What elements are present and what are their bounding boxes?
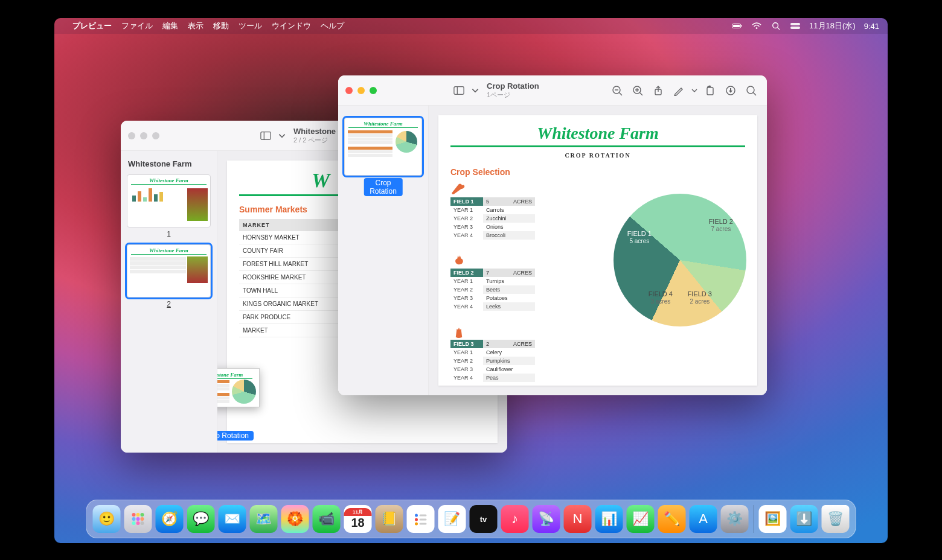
pie-label-field4: FIELD 43 acres <box>649 290 673 305</box>
menubar-date[interactable]: 11月18日(水) <box>809 21 856 31</box>
spotlight-icon[interactable] <box>771 22 781 30</box>
menu-go[interactable]: 移動 <box>213 21 229 31</box>
minimize-button[interactable] <box>357 87 365 94</box>
dock-app-preview[interactable]: 🖼️ <box>759 505 787 533</box>
svg-rect-7 <box>790 27 800 29</box>
control-center-icon[interactable] <box>790 22 801 30</box>
dock-app-notes[interactable]: 📝 <box>438 505 466 533</box>
menubar: プレビュー ファイル 編集 表示 移動 ツール ウインドウ ヘルプ 11月18日… <box>54 18 888 34</box>
dock-app-numbers[interactable]: 📈 <box>627 505 655 533</box>
dock-app-podcasts[interactable]: 📡 <box>533 505 560 533</box>
document-page: Whitestone Farm CROP ROTATION Crop Selec… <box>438 115 757 386</box>
chevron-down-icon[interactable] <box>691 83 698 98</box>
window-crop-rotation[interactable]: Crop Rotation 1ページ Whitestone Farm <box>338 75 767 395</box>
carrot-icon <box>450 182 535 197</box>
close-button[interactable] <box>345 87 353 94</box>
thumbnails-sidebar[interactable]: Whitestone Farm Whitestone Farm 1 Whites… <box>121 151 217 453</box>
dock-app-appstore[interactable]: A <box>690 505 717 533</box>
traffic-lights[interactable] <box>128 132 159 139</box>
zoom-out-icon[interactable] <box>609 83 626 98</box>
laptop-frame: プレビュー ファイル 編集 表示 移動 ツール ウインドウ ヘルプ 11月18日… <box>30 6 912 554</box>
sidebar-toggle-icon[interactable] <box>257 128 274 144</box>
svg-point-29 <box>141 517 144 521</box>
dock-app-maps[interactable]: 🗺️ <box>250 505 278 533</box>
document-viewport[interactable]: Whitestone Farm CROP ROTATION Crop Selec… <box>429 106 767 395</box>
zoom-button[interactable] <box>370 87 377 94</box>
svg-point-28 <box>136 517 140 521</box>
menubar-time[interactable]: 9:41 <box>864 22 879 31</box>
menu-tools[interactable]: ツール <box>239 21 262 31</box>
menu-view[interactable]: 表示 <box>188 21 203 31</box>
dock-app-system-preferences[interactable]: ⚙️ <box>721 505 749 533</box>
dock-app-pages[interactable]: ✏️ <box>658 505 686 533</box>
dock-app-launchpad[interactable] <box>124 505 152 533</box>
svg-rect-6 <box>790 23 800 25</box>
dock-app-finder[interactable]: 🙂 <box>93 505 121 533</box>
dock-app-photos[interactable]: 🏵️ <box>281 505 309 533</box>
dock: 🙂 🧭 💬 ✉️ 🗺️ 🏵️ 📹 11月18 📒 📝 tv ♪ 📡 N 📊 📈 … <box>86 500 856 538</box>
battery-icon[interactable] <box>732 22 743 30</box>
traffic-lights[interactable] <box>345 87 377 94</box>
minimize-button[interactable] <box>140 132 147 139</box>
dock-app-reminders[interactable] <box>407 505 435 533</box>
menu-help[interactable]: ヘルプ <box>321 21 344 31</box>
chevron-down-icon[interactable] <box>471 83 479 98</box>
page-thumbnail-2[interactable]: Whitestone Farm <box>127 244 211 298</box>
dock-app-music[interactable]: ♪ <box>501 505 529 533</box>
app-menu[interactable]: プレビュー <box>72 21 112 31</box>
pie-label-field3: FIELD 32 acres <box>688 290 712 305</box>
sidebar-toggle-icon[interactable] <box>450 83 467 98</box>
dock-app-facetime[interactable]: 📹 <box>313 505 341 533</box>
svg-line-16 <box>640 92 643 95</box>
markup-icon[interactable] <box>670 83 687 98</box>
dock-app-mail[interactable]: ✉️ <box>219 505 246 533</box>
dock-app-calendar[interactable]: 11月18 <box>344 505 372 533</box>
zoom-button[interactable] <box>152 132 159 139</box>
wifi-icon[interactable] <box>751 22 762 30</box>
dock-downloads[interactable]: ⬇️ <box>790 505 818 533</box>
svg-point-37 <box>415 523 418 526</box>
svg-rect-1 <box>733 25 740 27</box>
svg-point-30 <box>132 521 136 525</box>
drag-ghost-caption: Crop Rotation <box>217 428 254 441</box>
svg-line-13 <box>620 92 623 95</box>
thumb-caption-2: 2 <box>127 300 211 308</box>
celery-icon <box>450 324 535 340</box>
dock-app-news[interactable]: N <box>564 505 592 533</box>
search-icon[interactable] <box>743 83 760 98</box>
rotate-icon[interactable] <box>702 83 719 98</box>
menu-edit[interactable]: 編集 <box>162 21 178 31</box>
page-thumbnail-1[interactable]: Whitestone Farm <box>344 118 422 176</box>
brand-title: Whitestone Farm <box>450 124 745 143</box>
svg-rect-8 <box>261 132 271 139</box>
zoom-in-icon[interactable] <box>629 83 646 98</box>
doc-subhead: CROP ROTATION <box>450 152 745 159</box>
menu-window[interactable]: ウインドウ <box>272 21 311 31</box>
highlight-icon[interactable] <box>722 83 739 98</box>
dock-app-contacts[interactable]: 📒 <box>376 505 403 533</box>
field-block-1: FIELD 15ACRES YEAR 1Carrots YEAR 2Zucchi… <box>450 182 535 240</box>
thumbnails-sidebar[interactable]: Whitestone Farm Crop Rotation <box>338 106 429 395</box>
window-title: Crop Rotation 1ページ <box>487 82 539 99</box>
svg-rect-20 <box>707 88 713 95</box>
subtitle-text: 1ページ <box>487 91 539 99</box>
th-market: MARKET <box>239 219 354 231</box>
chevron-down-icon[interactable] <box>278 128 286 144</box>
field-block-3: FIELD 32ACRES YEAR 1Celery YEAR 2Pumpkin… <box>450 324 535 382</box>
dock-app-messages[interactable]: 💬 <box>187 505 215 533</box>
svg-point-35 <box>415 518 418 521</box>
thumb-caption-1: 1 <box>127 230 211 238</box>
svg-rect-2 <box>741 25 742 27</box>
page-thumbnail-1[interactable]: Whitestone Farm <box>127 174 211 228</box>
dock-app-keynote[interactable]: 📊 <box>595 505 623 533</box>
svg-rect-10 <box>454 86 464 94</box>
radish-icon <box>450 253 535 269</box>
dock-trash[interactable]: 🗑️ <box>822 505 850 533</box>
share-icon[interactable] <box>650 83 667 98</box>
svg-point-26 <box>141 513 144 517</box>
close-button[interactable] <box>128 132 135 139</box>
svg-point-31 <box>136 521 140 525</box>
menu-file[interactable]: ファイル <box>121 21 153 31</box>
dock-app-safari[interactable]: 🧭 <box>156 505 184 533</box>
dock-app-tv[interactable]: tv <box>470 505 498 533</box>
